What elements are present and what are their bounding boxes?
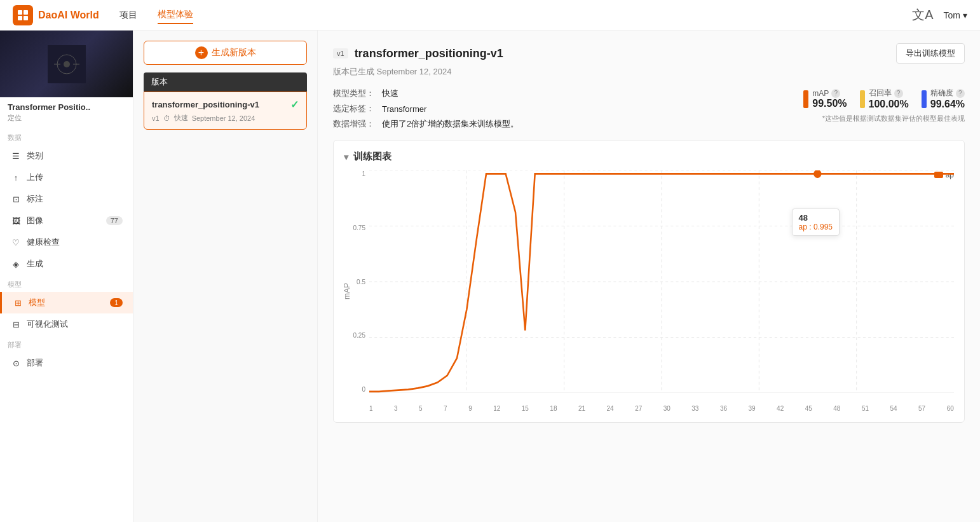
model-type-label: 模型类型：	[333, 88, 374, 99]
precision-value: 99.64%	[930, 99, 965, 110]
sidebar-item-model[interactable]: ⊞ 模型 1	[0, 292, 133, 313]
sidebar-item-deploy[interactable]: ⊙ 部署	[0, 352, 133, 374]
generate-icon: ◈	[10, 258, 22, 270]
nav-model-experience[interactable]: 模型体验	[158, 6, 193, 24]
tooltip-value: ap : 0.995	[799, 223, 833, 231]
sidebar-item-label: 部署	[27, 357, 43, 369]
chart-svg	[369, 170, 954, 393]
recall-label: 召回率	[869, 88, 892, 99]
chevron-icon[interactable]: ▾	[344, 152, 348, 162]
version-card[interactable]: transformer_positioning-v1 ✓ v1 ⏱ 快速 Sep…	[144, 92, 307, 130]
content-version-tag: v1	[333, 48, 348, 58]
chart-highlight-dot	[813, 170, 821, 178]
sidebar-item-generate[interactable]: ◈ 生成	[0, 253, 133, 275]
y-axis-label: mAP	[343, 283, 351, 299]
content-area: v1 transformer_positioning-v1 导出训练模型 版本已…	[318, 31, 980, 522]
nav-projects[interactable]: 项目	[119, 7, 137, 24]
clock-icon: ⏱	[163, 114, 170, 122]
model-type-value: 快速	[382, 88, 519, 99]
version-tag-small: v1	[152, 114, 160, 122]
plus-icon: +	[195, 46, 208, 59]
svg-rect-0	[18, 10, 22, 15]
version-section-label: 版本	[144, 72, 307, 92]
data-aug-value: 使用了2倍扩增的数据集来训练模型。	[382, 118, 519, 130]
title-row: v1 transformer_positioning-v1	[333, 47, 503, 60]
version-card-name: transformer_positioning-v1 ✓	[152, 99, 299, 111]
new-version-button[interactable]: + 生成新版本	[144, 41, 307, 65]
sidebar-item-label: 类别	[27, 150, 43, 161]
sidebar-item-label: 生成	[27, 258, 43, 270]
map-info-icon[interactable]: ?	[831, 89, 840, 98]
translate-icon[interactable]: 文A	[912, 6, 933, 24]
metrics-note: *这些值是根据测试数据集评估的模型最佳表现	[822, 114, 965, 123]
data-aug-label: 数据增强：	[333, 118, 374, 130]
sidebar-item-images[interactable]: 🖼 图像 77	[0, 210, 133, 231]
model-icon: ⊞	[12, 297, 24, 308]
sidebar-item-health[interactable]: ♡ 健康检查	[0, 231, 133, 253]
version-section: 版本 transformer_positioning-v1 ✓ v1 ⏱ 快速 …	[144, 72, 307, 130]
content-subtitle: 版本已生成 September 12, 2024	[333, 66, 965, 78]
logo[interactable]: DaoAI World	[13, 5, 99, 25]
section-model-label: 模型	[0, 275, 133, 292]
model-badge: 1	[110, 298, 123, 307]
chart-header: ▾ 训练图表	[344, 151, 954, 163]
precision-color-bar	[922, 90, 927, 108]
svg-point-6	[64, 61, 70, 67]
export-button[interactable]: 导出训练模型	[896, 43, 965, 64]
selected-tags-label: 选定标签：	[333, 103, 374, 114]
svg-rect-2	[18, 16, 22, 20]
logo-icon	[13, 5, 33, 25]
tooltip-epoch: 48	[799, 213, 833, 223]
check-icon: ✓	[290, 99, 299, 111]
images-badge: 77	[106, 216, 123, 225]
new-version-label: 生成新版本	[212, 47, 256, 58]
recall-info-icon[interactable]: ?	[894, 89, 903, 98]
recall-color-bar	[860, 90, 865, 108]
map-color-bar	[803, 90, 808, 108]
project-thumbnail	[0, 31, 133, 97]
map-value: 99.50%	[812, 98, 847, 109]
svg-rect-1	[24, 10, 28, 15]
sidebar-item-viz[interactable]: ⊟ 可视化测试	[0, 313, 133, 335]
eye-icon: ⊟	[10, 319, 22, 330]
sidebar-item-category[interactable]: ☰ 类别	[0, 145, 133, 167]
precision-label: 精确度	[930, 88, 953, 99]
image-icon: 🖼	[10, 215, 22, 226]
content-title: transformer_positioning-v1	[355, 47, 503, 60]
sidebar-item-upload[interactable]: ↑ 上传	[0, 167, 133, 188]
selected-tags-value: Transformer	[382, 104, 519, 114]
annotate-icon: ⊡	[10, 193, 22, 205]
version-panel: + 生成新版本 版本 transformer_positioning-v1 ✓ …	[133, 31, 318, 522]
chart-title: 训练图表	[353, 151, 391, 163]
logo-text: DaoAI World	[38, 10, 99, 21]
precision-info-icon[interactable]: ?	[956, 89, 965, 98]
project-name: Transformer Positio..	[0, 97, 133, 113]
deploy-icon: ⊙	[10, 357, 22, 369]
sidebar-item-label: 图像	[27, 215, 43, 226]
upload-icon: ↑	[10, 172, 22, 183]
map-label: mAP	[812, 89, 829, 98]
project-sub: 定位	[0, 113, 133, 128]
chart-y-axis: 1 0.75 0.5 0.25 0	[344, 170, 369, 393]
version-date: September 12, 2024	[192, 114, 255, 122]
user-menu[interactable]: Tom ▾	[944, 10, 967, 20]
sidebar-item-annotate[interactable]: ⊡ 标注	[0, 188, 133, 210]
sidebar-item-label: 模型	[29, 297, 45, 308]
sidebar-item-label: 健康检查	[27, 237, 60, 248]
username: Tom	[944, 10, 960, 20]
layout: Transformer Positio.. 定位 数据 ☰ 类别 ↑ 上传 ⊡ …	[0, 31, 980, 522]
nav-right: 文A Tom ▾	[912, 6, 967, 24]
chart-tooltip: 48 ap : 0.995	[792, 209, 840, 236]
chart-x-axis: 1 3 5 7 9 12 15 18 21 24 27 30 33 36	[369, 405, 954, 412]
sidebar-item-label: 上传	[27, 172, 43, 183]
topnav: DaoAI World 项目 模型体验 文A Tom ▾	[0, 0, 980, 31]
chart-section: ▾ 训练图表 ap 1 0.75 0.5 0.25 0	[333, 140, 965, 423]
recall-value: 100.00%	[869, 99, 909, 110]
version-speed: 快速	[174, 113, 188, 123]
section-deploy-label: 部署	[0, 335, 133, 352]
sidebar-item-label: 标注	[27, 193, 43, 205]
thumbnail-image	[0, 31, 133, 97]
chevron-down-icon: ▾	[963, 10, 967, 20]
content-header: v1 transformer_positioning-v1 导出训练模型	[333, 43, 965, 64]
main-content: + 生成新版本 版本 transformer_positioning-v1 ✓ …	[133, 31, 980, 522]
